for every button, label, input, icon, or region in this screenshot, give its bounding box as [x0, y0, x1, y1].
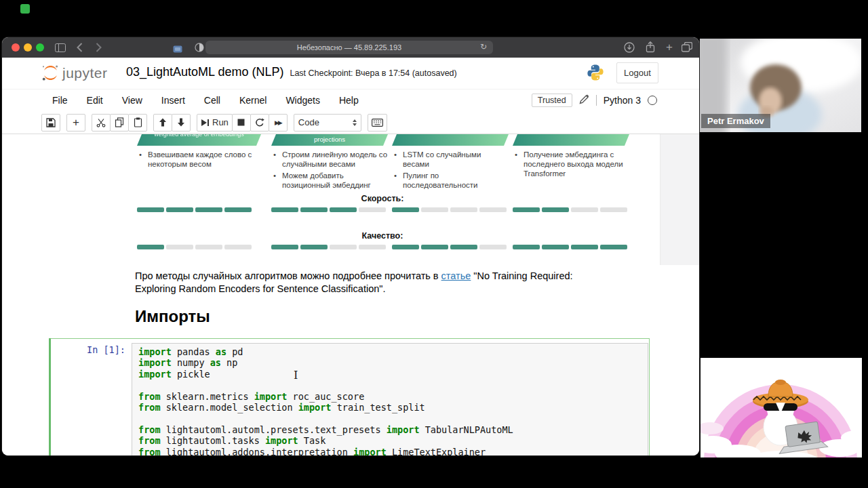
section-heading: Импорты — [135, 307, 210, 326]
trusted-badge[interactable]: Trusted — [532, 94, 572, 107]
menu-edit[interactable]: Edit — [77, 93, 113, 108]
slide-column-3: LSTM со случайными весамиПулинг по после… — [392, 134, 509, 192]
participant-name-badge: Petr Ermakov — [701, 114, 770, 128]
quality-rating-row — [2, 245, 699, 250]
move-cell-up-button[interactable] — [153, 114, 172, 131]
cell-prompt: In [1]: — [50, 344, 125, 355]
copy-cell-button[interactable] — [110, 114, 129, 131]
rating-segment-empty — [421, 207, 448, 212]
rating-segment-filled — [571, 245, 598, 249]
rating-segment-filled — [513, 245, 540, 249]
webcam-video: Petr Ermakov — [700, 39, 861, 132]
slide-bullet-list: Взвешиваем каждое слово с некоторым весо… — [137, 150, 261, 169]
code-line[interactable]: from lightautoml.addons.interpretation i… — [138, 447, 645, 455]
rating-group — [137, 207, 252, 212]
code-line[interactable] — [138, 413, 645, 424]
rating-segment-filled — [450, 245, 477, 249]
code-line[interactable]: import pandas as pd — [138, 346, 645, 357]
markdown-paragraph: Про методы случайных алгоритмов можно по… — [135, 270, 610, 296]
reader-contrast-icon[interactable] — [195, 43, 204, 55]
code-editor[interactable]: import pandas as pdimport numpy as npimp… — [132, 343, 648, 455]
slide-column-4: Получение эмбеддинга с последнего выхода… — [513, 134, 629, 180]
rating-segment-empty — [166, 245, 193, 249]
jupyter-logo-icon — [41, 64, 60, 82]
add-cell-button[interactable]: + — [66, 114, 85, 131]
slide-column-2: projectionsСтроим линейную модель со слу… — [271, 134, 388, 192]
slide-bullet: Получение эмбеддинга с последнего выхода… — [513, 150, 629, 178]
kernel-name: Python 3 — [604, 95, 641, 106]
minimize-window-button[interactable] — [24, 43, 32, 52]
code-line[interactable]: import numpy as np — [138, 357, 645, 368]
code-line[interactable]: import pickle — [138, 369, 645, 380]
rating-segment-filled — [137, 245, 164, 249]
save-button[interactable] — [41, 114, 60, 131]
privacy-report-icon[interactable] — [173, 43, 182, 56]
edit-title-pencil-icon[interactable] — [579, 94, 589, 107]
slide-bullet-list: Строим линейную модель со случайными вес… — [271, 150, 388, 190]
logout-button[interactable]: Logout — [616, 62, 658, 83]
rating-group — [271, 207, 386, 212]
code-line[interactable]: from sklearn.metrics import roc_auc_scor… — [138, 391, 645, 402]
code-line[interactable]: from sklearn.model_selection import trai… — [138, 402, 645, 413]
rating-segment-filled — [271, 245, 298, 249]
restart-run-all-button[interactable]: ▶▶ — [269, 114, 288, 131]
menu-cell[interactable]: Cell — [195, 93, 230, 108]
notebook-title[interactable]: 03_LightAutoML demo (NLP)Last Checkpoint… — [126, 65, 457, 79]
rating-segment-filled — [542, 207, 569, 212]
downloads-icon[interactable] — [624, 42, 635, 56]
code-line[interactable]: from lightautoml.tasks import Task — [138, 435, 645, 446]
quality-label: Качество: — [135, 231, 630, 241]
close-window-button[interactable] — [12, 43, 20, 52]
share-icon[interactable] — [646, 41, 655, 56]
code-line[interactable] — [138, 380, 645, 390]
rating-segment-filled — [542, 245, 569, 249]
rating-segment-empty — [330, 245, 357, 249]
new-tab-icon[interactable]: + — [666, 41, 673, 53]
rating-segment-filled — [166, 207, 193, 212]
notebook-body: weighted average of embeddingsВзвешиваем… — [2, 134, 699, 455]
command-palette-button[interactable] — [368, 114, 387, 131]
selected-cell-accent — [49, 338, 51, 455]
menu-insert[interactable]: Insert — [152, 93, 195, 108]
slide-banner: weighted average of embeddings — [137, 134, 261, 146]
tab-overview-icon[interactable] — [682, 42, 692, 55]
restart-kernel-button[interactable] — [250, 114, 269, 131]
sidebar-toggle-icon[interactable] — [55, 43, 66, 55]
rating-segment-empty — [224, 245, 252, 249]
menu-kernel[interactable]: Kernel — [230, 93, 276, 108]
zoom-window-button[interactable] — [36, 43, 44, 52]
menu-widgets[interactable]: Widgets — [276, 93, 330, 108]
kernel-idle-icon — [648, 96, 657, 105]
paragraph-text: Про методы случайных алгоритмов можно по… — [135, 270, 441, 281]
rating-segment-filled — [271, 207, 298, 212]
menu-file[interactable]: File — [43, 93, 77, 108]
text-cursor-icon: I — [294, 369, 298, 382]
paste-cell-button[interactable] — [128, 114, 147, 131]
rating-group — [137, 245, 252, 249]
code-cell[interactable]: In [1]: import pandas as pdimport numpy … — [49, 338, 650, 455]
slide-bullet: Строим линейную модель со случайными вес… — [271, 150, 388, 169]
menu-help[interactable]: Help — [330, 93, 368, 108]
cell-type-dropdown[interactable]: Code — [294, 114, 361, 131]
reload-icon[interactable]: ↻ — [480, 42, 487, 52]
forward-icon[interactable] — [96, 43, 102, 55]
back-icon[interactable] — [77, 43, 83, 55]
article-link[interactable]: статье — [441, 270, 471, 281]
menu-view[interactable]: View — [113, 93, 152, 108]
cut-cell-button[interactable] — [92, 114, 111, 131]
interrupt-kernel-button[interactable] — [232, 114, 251, 131]
slide-bullet: Можем добавить позиционный эмбеддинг — [271, 171, 388, 190]
speed-label: Скорость: — [135, 194, 630, 203]
screen-share-indicator-icon — [20, 4, 30, 14]
code-line[interactable]: from lightautoml.automl.presets.text_pre… — [138, 424, 645, 435]
rating-group — [392, 245, 507, 249]
move-cell-down-button[interactable] — [172, 114, 191, 131]
rating-segment-filled — [300, 207, 328, 212]
rating-segment-empty — [359, 207, 386, 212]
jupyter-logo[interactable]: jupyter — [41, 64, 108, 82]
run-cell-button[interactable]: Run — [197, 114, 233, 131]
cell-type-value: Code — [298, 117, 319, 127]
address-bar[interactable]: Небезопасно — 45.89.225.193 ↻ — [205, 41, 493, 54]
rating-group — [513, 207, 627, 212]
checkpoint-status: Last Checkpoint: Вчера в 17:54 (autosave… — [290, 68, 456, 78]
